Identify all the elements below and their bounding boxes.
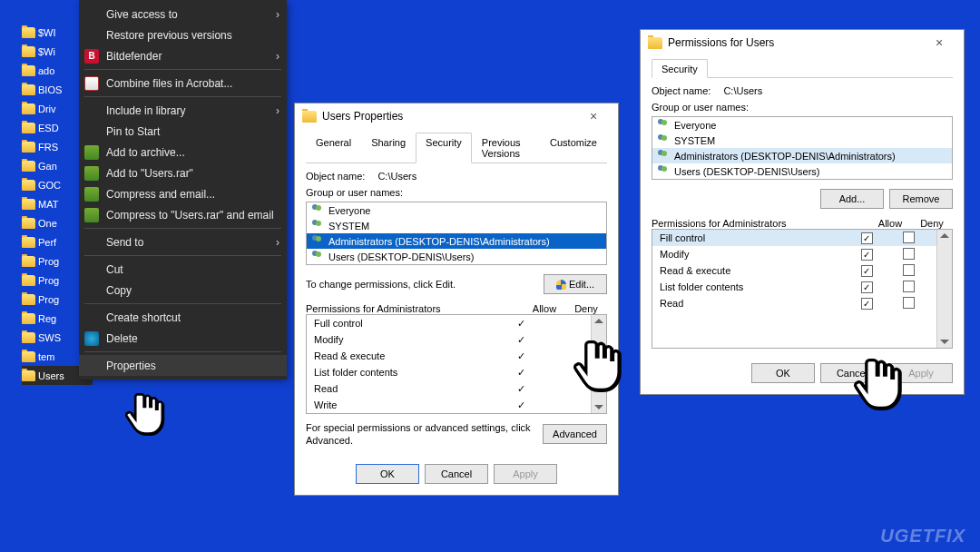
scrollbar[interactable]	[591, 315, 606, 413]
group-item[interactable]: Users (DESKTOP-DENIS\Users)	[307, 249, 606, 264]
tab-security[interactable]: Security	[416, 133, 472, 163]
object-name-label: Object name:	[306, 171, 365, 182]
menu-combine-acrobat[interactable]: Combine files in Acrobat...	[79, 73, 287, 94]
users-properties-dialog: Users Properties × General Sharing Secur…	[294, 103, 619, 496]
menu-pin-start[interactable]: Pin to Start	[79, 121, 287, 142]
change-permissions-hint: To change permissions, click Edit.	[306, 279, 536, 290]
tab-sharing[interactable]: Sharing	[361, 133, 416, 163]
titlebar[interactable]: Permissions for Users ×	[641, 30, 964, 55]
group-list-label: Group or user names:	[306, 187, 607, 198]
winrar-icon	[84, 145, 99, 160]
menu-properties[interactable]: Properties	[79, 355, 287, 376]
cancel-button[interactable]: Cancel	[425, 464, 488, 484]
menu-create-shortcut[interactable]: Create shortcut	[79, 307, 287, 328]
tab-general[interactable]: General	[306, 133, 361, 163]
tab-customize[interactable]: Customize	[540, 133, 607, 163]
folder-icon	[302, 111, 317, 123]
allow-header: Allow	[524, 303, 565, 314]
menu-copy[interactable]: Copy	[79, 280, 287, 301]
permissions-dialog: Permissions for Users × Security Object …	[640, 29, 965, 395]
menu-include-library[interactable]: Include in library	[79, 100, 287, 121]
close-icon[interactable]: ×	[922, 35, 956, 50]
group-item[interactable]: SYSTEM	[307, 218, 606, 233]
menu-give-access[interactable]: Give access to	[79, 4, 287, 25]
ok-button[interactable]: OK	[356, 464, 419, 484]
cancel-button[interactable]: Cancel	[820, 363, 884, 383]
bitdefender-icon: B	[84, 49, 99, 64]
apply-button[interactable]: Apply	[494, 464, 557, 484]
group-icon	[310, 204, 325, 217]
deny-header: Deny	[565, 303, 607, 314]
winrar-icon	[84, 187, 99, 202]
group-item-selected[interactable]: Administrators (DESKTOP-DENIS\Administra…	[307, 233, 606, 249]
menu-add-users-rar[interactable]: Add to "Users.rar"	[79, 163, 287, 183]
add-button[interactable]: Add...	[820, 189, 884, 209]
menu-compress-users-email[interactable]: Compress to "Users.rar" and email	[79, 204, 287, 225]
context-menu: Give access to Restore previous versions…	[79, 0, 287, 380]
object-name-value: C:\Users	[377, 171, 416, 182]
dialog-title: Permissions for Users	[668, 36, 922, 49]
menu-restore[interactable]: Restore previous versions	[79, 25, 287, 45]
scrollbar[interactable]	[936, 230, 952, 348]
winrar-icon	[84, 208, 99, 222]
winrar-icon	[84, 166, 99, 181]
titlebar[interactable]: Users Properties ×	[295, 104, 618, 129]
group-item[interactable]: Users (DESKTOP-DENIS\Users)	[652, 163, 952, 179]
deny-checkbox[interactable]	[903, 297, 915, 309]
group-item[interactable]: Everyone	[652, 117, 952, 133]
dialog-title: Users Properties	[322, 110, 576, 123]
object-name-value: C:\Users	[723, 85, 762, 96]
tab-bar: General Sharing Security Previous Versio…	[306, 133, 607, 163]
acrobat-icon	[84, 76, 99, 91]
allow-checkbox[interactable]: ✓	[861, 281, 873, 293]
allow-checkbox[interactable]: ✓	[861, 249, 873, 261]
folder-icon	[22, 27, 35, 38]
group-user-list[interactable]: Everyone SYSTEM Administrators (DESKTOP-…	[306, 202, 607, 265]
permissions-label: Permissions for Administrators	[652, 218, 869, 229]
shield-icon	[556, 280, 566, 290]
permissions-label: Permissions for Administrators	[306, 303, 524, 314]
menu-add-archive[interactable]: Add to archive...	[79, 142, 287, 163]
menu-delete[interactable]: Delete	[79, 328, 287, 349]
menu-bitdefender[interactable]: BBitdefender	[79, 45, 287, 66]
advanced-button[interactable]: Advanced	[543, 424, 607, 444]
deny-checkbox[interactable]	[903, 264, 915, 276]
tab-security[interactable]: Security	[652, 59, 708, 78]
menu-cut[interactable]: Cut	[79, 259, 287, 280]
deny-header: Deny	[911, 218, 953, 229]
remove-button[interactable]: Remove	[889, 189, 953, 209]
permissions-table: Full control✓ Modify✓ Read & execute✓ Li…	[306, 314, 607, 414]
shield-icon	[84, 331, 99, 346]
allow-checkbox[interactable]: ✓	[861, 232, 873, 244]
menu-send-to[interactable]: Send to	[79, 232, 287, 252]
allow-checkbox[interactable]: ✓	[861, 265, 873, 277]
permissions-table: Fill control✓ Modify✓ Read & execute✓ Li…	[652, 229, 953, 349]
edit-button[interactable]: Edit...	[544, 274, 607, 294]
advanced-hint: For special permissions or advanced sett…	[306, 421, 535, 448]
allow-header: Allow	[869, 218, 911, 229]
group-item[interactable]: Everyone	[307, 202, 606, 218]
folder-icon	[648, 37, 662, 49]
deny-checkbox[interactable]	[903, 232, 915, 243]
apply-button[interactable]: Apply	[889, 363, 953, 383]
watermark: UGETFIX	[880, 526, 965, 547]
allow-checkbox[interactable]: ✓	[861, 298, 873, 310]
menu-compress-email[interactable]: Compress and email...	[79, 183, 287, 204]
cursor-hand-icon	[125, 389, 165, 439]
allow-check: ✓	[500, 318, 542, 330]
group-user-list[interactable]: Everyone SYSTEM Administrators (DESKTOP-…	[652, 116, 953, 180]
group-item[interactable]: SYSTEM	[652, 133, 952, 148]
close-icon[interactable]: ×	[576, 109, 611, 123]
deny-checkbox[interactable]	[903, 248, 915, 260]
group-item-selected[interactable]: Administrators (DESKTOP-DENIS\Administra…	[652, 148, 952, 163]
ok-button[interactable]: OK	[751, 363, 815, 383]
group-list-label: Group or user names:	[652, 102, 953, 113]
object-name-label: Object name:	[652, 85, 710, 96]
tab-previous-versions[interactable]: Previous Versions	[472, 133, 540, 163]
deny-checkbox[interactable]	[903, 281, 915, 292]
